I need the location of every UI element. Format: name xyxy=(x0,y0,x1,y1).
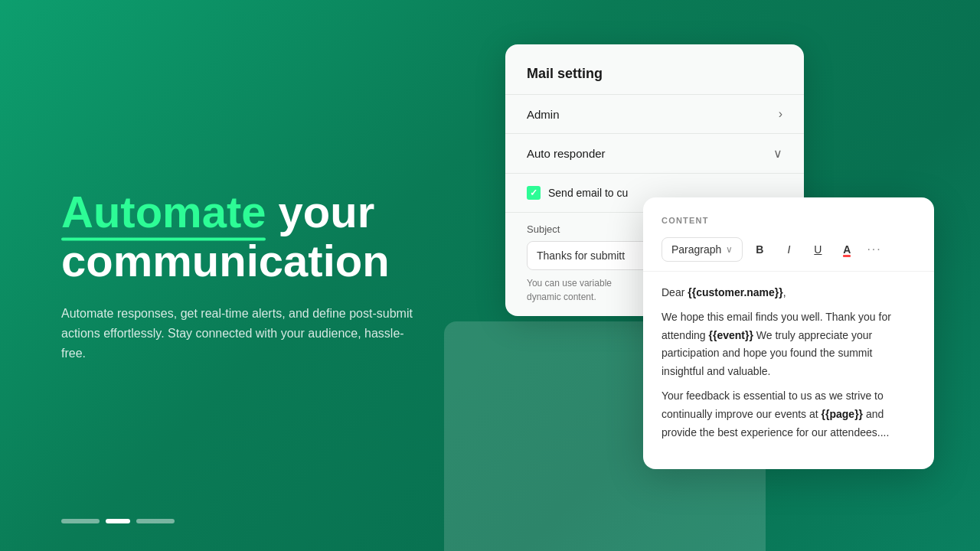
content-section-label: CONTENT xyxy=(662,216,709,225)
paragraph-select[interactable]: Paragraph ∨ xyxy=(662,237,743,262)
admin-row[interactable]: Admin › xyxy=(505,94,804,133)
paragraph-chevron-icon: ∨ xyxy=(726,244,733,255)
content-card-header: CONTENT xyxy=(643,197,934,237)
italic-button[interactable]: I xyxy=(776,237,801,262)
dot-3[interactable] xyxy=(136,519,175,523)
left-section: Automate yourcommunication Automate resp… xyxy=(61,187,459,364)
send-email-label: Send email to cu xyxy=(548,187,628,199)
event-var: {{event}} xyxy=(709,329,753,341)
underline-button[interactable]: U xyxy=(805,237,830,262)
admin-label: Admin xyxy=(527,108,560,121)
dot-2[interactable] xyxy=(106,519,130,523)
color-a-icon: A xyxy=(843,243,851,256)
pagination xyxy=(61,519,175,523)
checkmark-icon: ✓ xyxy=(530,187,537,198)
email-line-1: Dear {{customer.name}}, xyxy=(662,284,916,302)
customer-name-var: {{customer.name}} xyxy=(688,286,783,298)
admin-chevron-icon: › xyxy=(779,107,782,121)
more-options-button[interactable]: ··· xyxy=(864,243,884,256)
content-editor-card: CONTENT Paragraph ∨ B I U A ··· Dear {{c… xyxy=(643,197,934,469)
subtext: Automate responses, get real-time alerts… xyxy=(61,303,413,364)
bold-button[interactable]: B xyxy=(747,237,772,262)
autoresponder-chevron-icon: ∨ xyxy=(773,146,782,161)
email-line-2: We hope this email finds you well. Thank… xyxy=(662,308,916,381)
paragraph-label: Paragraph xyxy=(671,243,721,256)
dot-1[interactable] xyxy=(61,519,100,523)
mail-card-title: Mail setting xyxy=(527,66,603,81)
editor-toolbar: Paragraph ∨ B I U A ··· xyxy=(643,237,934,272)
mail-card-header: Mail setting xyxy=(505,44,804,94)
autoresponder-label: Auto responder xyxy=(527,147,606,160)
headline-highlight: Automate xyxy=(61,187,266,236)
page-var: {{page}} xyxy=(822,408,863,420)
email-content-body: Dear {{customer.name}}, We hope this ema… xyxy=(643,272,934,454)
autoresponder-row[interactable]: Auto responder ∨ xyxy=(505,133,804,173)
text-color-button[interactable]: A xyxy=(835,237,859,262)
email-line-3: Your feedback is essential to us as we s… xyxy=(662,387,916,442)
send-email-checkbox[interactable]: ✓ xyxy=(527,186,541,200)
main-headline: Automate yourcommunication xyxy=(61,187,459,285)
